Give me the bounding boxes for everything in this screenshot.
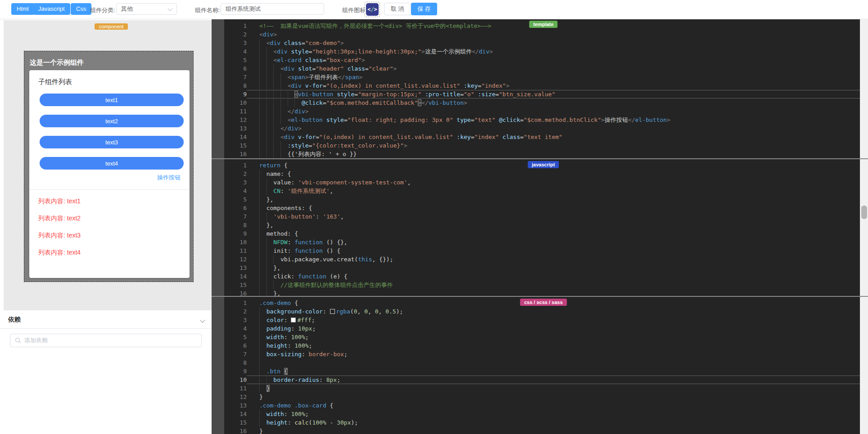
code-line: 7 'vbi-button': '163',	[224, 212, 860, 221]
code-line: 12 <el-button style="float: right; paddi…	[224, 116, 860, 124]
css-badge: css / scss / sass	[520, 299, 567, 306]
code-line: 9 method: {	[224, 229, 860, 238]
template-badge: template	[529, 21, 557, 28]
code-line: 7 <span>子组件列表</span>	[224, 73, 860, 81]
code-line: 15 :style="{color:text_color.value}">	[224, 141, 860, 150]
component-name-input[interactable]	[221, 3, 324, 15]
list-item: 列表内容: text2	[38, 215, 81, 223]
code-line: 5 width: 100%;	[224, 333, 860, 341]
code-line: 6 components: {	[224, 204, 860, 212]
code-line: 6 <div slot="header" class="clear">	[224, 64, 860, 73]
code-line: 13 </div>	[224, 124, 860, 133]
search-placeholder: 添加依赖	[24, 336, 48, 345]
list-item: 列表内容: text3	[38, 232, 81, 240]
code-line: 14 width: 100%;	[224, 410, 860, 418]
code-line: 7 box-sizing: border-box;	[224, 350, 860, 358]
list-item: 列表内容: text4	[38, 249, 81, 257]
preview-button-text4[interactable]: text4	[40, 157, 184, 170]
code-line: 4 padding: 10px;	[224, 324, 860, 333]
search-icon	[15, 337, 21, 344]
window-scrollbar[interactable]	[860, 19, 868, 434]
add-dependency-search[interactable]: 添加依赖	[10, 334, 202, 347]
component-icon-picker[interactable]: </>	[365, 2, 380, 17]
code-line: 15 //这事组件默认的整体组件点击产生的事件	[224, 281, 860, 289]
code-line: 6 height: 100%;	[224, 341, 860, 350]
component-preview[interactable]: 这是一个示例组件 子组件列表 text1 text2 text3 text4 操…	[24, 51, 194, 282]
component-preview-zone: component 这是一个示例组件 子组件列表 text1 text2 tex…	[4, 20, 212, 310]
code-line: 14 click: function (e) {	[224, 272, 860, 281]
code-line: 8	[224, 358, 860, 367]
code-line: 11 </div>	[224, 107, 860, 116]
chevron-down-icon	[167, 6, 172, 11]
code-line: 10 NFDW: function () {},	[224, 238, 860, 246]
javascript-code-editor[interactable]: javascript 1return {2 name: {3 value: 'v…	[224, 159, 860, 296]
scrollbar-thumb[interactable]	[861, 206, 867, 219]
preview-button-text2[interactable]: text2	[40, 115, 184, 127]
panel-splitter[interactable]	[212, 19, 224, 434]
code-line: 4 CN: '组件系统测试',	[224, 187, 860, 195]
code-line: 3 color: #fff;	[224, 316, 860, 324]
editor-divider[interactable]	[212, 158, 868, 159]
code-line: 15 height: calc(100% - 30px);	[224, 418, 860, 427]
card-header: 子组件列表	[38, 78, 72, 86]
list-item: 列表内容: text1	[38, 197, 81, 206]
category-value: 其他	[121, 5, 168, 13]
html-tab-button[interactable]: Html	[11, 3, 34, 15]
code-line: 11 init: function () {	[224, 246, 860, 255]
chevron-down-icon[interactable]	[200, 318, 205, 322]
save-button[interactable]: 保 存	[411, 3, 437, 15]
preview-card: 子组件列表 text1 text2 text3 text4 操作按钮 列表内容:…	[29, 70, 190, 278]
code-line: 5 <el-card class="box-card">	[224, 56, 860, 64]
editor-divider[interactable]	[212, 296, 868, 297]
code-line: 8 <div v-for="(o,index) in content_list.…	[224, 81, 860, 90]
left-panel: component 这是一个示例组件 子组件列表 text1 text2 tex…	[0, 19, 212, 434]
code-line: 13 },	[224, 264, 860, 272]
code-line: 16 {{'列表内容: ' + o }}	[224, 150, 860, 158]
code-line: 2<div>	[224, 30, 860, 39]
code-icon: </>	[366, 3, 379, 16]
code-line: 4 <div style="height:30px;line-height:30…	[224, 47, 860, 56]
code-line: 13.com-demo .box-card {	[224, 401, 860, 410]
preview-title: 这是一个示例组件	[30, 56, 188, 69]
preview-button-text1[interactable]: text1	[40, 94, 184, 106]
code-line: 16 },	[224, 289, 860, 296]
code-line: 9 <vbi-button style="margin-top:15px;" :…	[224, 90, 860, 98]
category-select[interactable]: 其他	[116, 3, 177, 15]
javascript-badge: javascript	[528, 161, 559, 168]
code-line: 12 vbi.package.vue.creat(this, {});	[224, 255, 860, 264]
code-line: 3 <div class="com-demo">	[224, 39, 860, 47]
code-line: 10 @click="$com.method.emitCallback"></v…	[224, 98, 860, 107]
code-line: 2 name: {	[224, 170, 860, 178]
code-line: 14 <div v-for="(o,index) in content_list…	[224, 133, 860, 141]
css-tab-button[interactable]: Css	[71, 3, 91, 15]
card-divider	[29, 189, 190, 190]
code-line: 11 }	[224, 384, 860, 393]
cancel-button[interactable]: 取 消	[384, 3, 411, 15]
code-line: 10 border-radius: 8px;	[224, 376, 860, 384]
css-code-editor[interactable]: css / scss / sass 1.com-demo {2 backgrou…	[224, 297, 860, 434]
preview-button-text3[interactable]: text3	[40, 136, 184, 148]
category-label: 组件分类:	[90, 6, 115, 14]
code-line: 3 value: 'vbi-component-system-test-com'…	[224, 178, 860, 187]
template-code-editor[interactable]: template 1<!—— 如果是vue语法写组件，外层必须套一个<div> …	[224, 19, 860, 158]
code-line: 8 },	[224, 221, 860, 229]
code-line: 12}	[224, 393, 860, 401]
component-name-label: 组件名称:	[195, 6, 220, 14]
component-icon-label: 组件图标:	[342, 6, 367, 14]
dependency-header: 依赖	[8, 316, 21, 324]
code-line: 9 .btn {	[224, 367, 860, 376]
code-line: 2 background-color: rgba(0, 0, 0, 0.5);	[224, 307, 860, 316]
javascript-tab-button[interactable]: Javascript	[33, 3, 70, 15]
toolbar: Html Javascript Css 组件分类: 其他 组件名称: 组件图标:…	[0, 0, 868, 19]
action-button-link[interactable]: 操作按钮	[157, 174, 181, 182]
component-badge: component	[95, 23, 128, 30]
divider	[0, 328, 212, 329]
code-line: 5 },	[224, 195, 860, 204]
code-line: 16}	[224, 427, 860, 434]
